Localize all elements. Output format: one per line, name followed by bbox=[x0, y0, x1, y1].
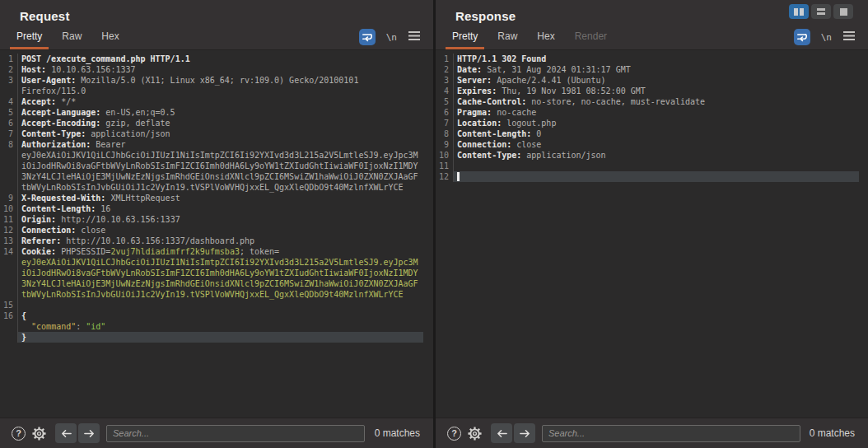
soft-wrap-toggle-icon[interactable] bbox=[794, 29, 810, 45]
previous-match-button[interactable] bbox=[491, 423, 512, 443]
code-line: 5Accept-Language: en-US,en;q=0.5 bbox=[0, 107, 433, 118]
code-line: 8Content-Length: 0 bbox=[436, 128, 868, 139]
code-line: 11Origin: http://10.10.63.156:1337 bbox=[0, 214, 433, 225]
help-icon[interactable]: ? bbox=[447, 427, 461, 441]
code-line: eyJ0eXAiOiJKV1QiLCJhbGciOiJIUzI1NiIsImtp… bbox=[0, 257, 433, 268]
line-number: 3 bbox=[0, 75, 18, 86]
line-number bbox=[0, 321, 18, 332]
code-line: Firefox/115.0 bbox=[0, 86, 433, 96]
tab-raw[interactable]: Raw bbox=[491, 27, 524, 49]
line-number bbox=[0, 278, 18, 289]
layout-single-button[interactable] bbox=[833, 4, 853, 19]
line-number: 5 bbox=[436, 96, 454, 107]
previous-match-button[interactable] bbox=[55, 423, 77, 443]
response-tabs: PrettyRawHexRender bbox=[446, 28, 620, 49]
code-line: 1HTTP/1.1 302 Found bbox=[436, 54, 868, 64]
newline-toggle-icon[interactable]: \n bbox=[386, 32, 397, 43]
code-line: "command": "id" bbox=[0, 321, 433, 332]
line-number: 16 bbox=[0, 310, 18, 321]
line-number bbox=[0, 171, 18, 182]
line-number: 12 bbox=[436, 171, 454, 182]
line-number: 8 bbox=[436, 128, 454, 139]
code-line: 12Connection: close bbox=[0, 225, 433, 236]
line-number: 10 bbox=[0, 203, 18, 214]
line-number: 4 bbox=[0, 96, 18, 107]
response-header: Response PrettyRawHexRender \n bbox=[436, 0, 868, 50]
line-number bbox=[0, 182, 18, 193]
code-line: 8Authorization: Bearer bbox=[0, 139, 433, 150]
code-line: 16{ bbox=[0, 310, 433, 321]
code-line: 10Content-Type: application/json bbox=[436, 150, 868, 161]
layout-side-by-side-button[interactable] bbox=[789, 4, 809, 19]
code-line: 9Connection: close bbox=[436, 139, 868, 150]
code-line: 14Cookie: PHPSESSID=2vuj7hldiadimfrf2k9u… bbox=[0, 246, 433, 257]
response-search-input[interactable] bbox=[542, 425, 800, 442]
next-match-button[interactable] bbox=[78, 423, 100, 443]
tab-render: Render bbox=[568, 27, 614, 49]
search-nav-buttons bbox=[491, 423, 535, 443]
tab-pretty[interactable]: Pretty bbox=[10, 27, 49, 49]
tab-hex[interactable]: Hex bbox=[530, 27, 561, 49]
code-line: tbWVyLnRobSIsInJvbGUiOiJ1c2VyIn19.tVSPlV… bbox=[0, 182, 433, 193]
text-caret bbox=[457, 172, 460, 181]
response-editor[interactable]: 1HTTP/1.1 302 Found2Date: Sat, 31 Aug 20… bbox=[436, 50, 868, 418]
line-number: 6 bbox=[0, 118, 18, 128]
code-line: 12 bbox=[436, 171, 868, 182]
code-line: eyJ0eXAiOiJKV1QiLCJhbGciOiJIUzI1NiIsImtp… bbox=[0, 150, 433, 161]
line-number: 3 bbox=[436, 75, 454, 86]
code-line: 3Server: Apache/2.4.41 (Ubuntu) bbox=[436, 75, 868, 86]
settings-gear-icon[interactable] bbox=[467, 426, 483, 441]
line-number: 10 bbox=[436, 150, 454, 161]
newline-toggle-icon[interactable]: \n bbox=[821, 32, 832, 43]
line-number: 7 bbox=[0, 128, 18, 139]
tab-raw[interactable]: Raw bbox=[55, 27, 88, 49]
code-line: iOiJodHRwOi8vaGFtbWVyLnRobSIsImF1ZCI6Imh… bbox=[0, 161, 433, 171]
request-pane: Request PrettyRawHex \n bbox=[0, 0, 433, 448]
line-number bbox=[0, 161, 18, 171]
code-line: 5Cache-Control: no-store, no-cache, must… bbox=[436, 96, 868, 107]
line-number: 9 bbox=[436, 139, 454, 150]
code-line: 10Content-Length: 16 bbox=[0, 203, 433, 214]
layout-stacked-button[interactable] bbox=[811, 4, 831, 19]
line-number: 4 bbox=[436, 86, 454, 96]
line-number: 14 bbox=[0, 246, 18, 257]
next-match-button[interactable] bbox=[514, 423, 535, 443]
response-tabrow-icons: \n bbox=[794, 29, 868, 49]
line-number: 9 bbox=[0, 193, 18, 203]
line-number bbox=[0, 257, 18, 268]
code-line: 3User-Agent: Mozilla/5.0 (X11; Linux x86… bbox=[0, 75, 433, 86]
response-match-count: 0 matches bbox=[810, 427, 855, 439]
request-tab-row: PrettyRawHex \n bbox=[0, 28, 433, 49]
line-number bbox=[0, 268, 18, 278]
soft-wrap-toggle-icon[interactable] bbox=[359, 29, 376, 45]
tab-hex[interactable]: Hex bbox=[95, 27, 125, 49]
code-line: 15 bbox=[0, 300, 433, 310]
line-number: 6 bbox=[436, 107, 454, 118]
code-line: 13Referer: http://10.10.63.156:1337/dash… bbox=[0, 236, 433, 246]
request-search-input[interactable] bbox=[106, 425, 365, 442]
code-line: 11 bbox=[436, 161, 868, 171]
request-footer: ? 0 matches bbox=[0, 418, 433, 448]
message-editor-window: Request PrettyRawHex \n bbox=[0, 0, 868, 448]
request-match-count: 0 matches bbox=[375, 427, 420, 439]
code-line: 2Date: Sat, 31 Aug 2024 01:31:17 GMT bbox=[436, 64, 868, 75]
line-number: 15 bbox=[0, 300, 18, 310]
code-line: 4Accept: */* bbox=[0, 96, 433, 107]
hamburger-menu-icon[interactable] bbox=[408, 30, 421, 44]
code-line: 6Accept-Encoding: gzip, deflate bbox=[0, 118, 433, 128]
request-tabrow-icons: \n bbox=[359, 29, 433, 49]
code-line: 6Pragma: no-cache bbox=[436, 107, 868, 118]
tab-pretty[interactable]: Pretty bbox=[446, 27, 484, 49]
line-number: 1 bbox=[0, 54, 18, 64]
request-editor[interactable]: 1POST /execute_command.php HTTP/1.12Host… bbox=[0, 50, 433, 418]
code-line: iOiJodHRwOi8vaGFtbWVyLnRobSIsImF1ZCI6Imh… bbox=[0, 268, 433, 278]
line-number: 2 bbox=[0, 64, 18, 75]
line-number bbox=[0, 289, 18, 300]
response-footer: ? 0 matches bbox=[436, 418, 868, 448]
help-icon[interactable]: ? bbox=[12, 427, 26, 441]
line-number: 12 bbox=[0, 225, 18, 236]
layout-buttons bbox=[789, 4, 853, 19]
settings-gear-icon[interactable] bbox=[31, 426, 47, 441]
code-line: } bbox=[0, 332, 433, 343]
hamburger-menu-icon[interactable] bbox=[842, 30, 856, 44]
